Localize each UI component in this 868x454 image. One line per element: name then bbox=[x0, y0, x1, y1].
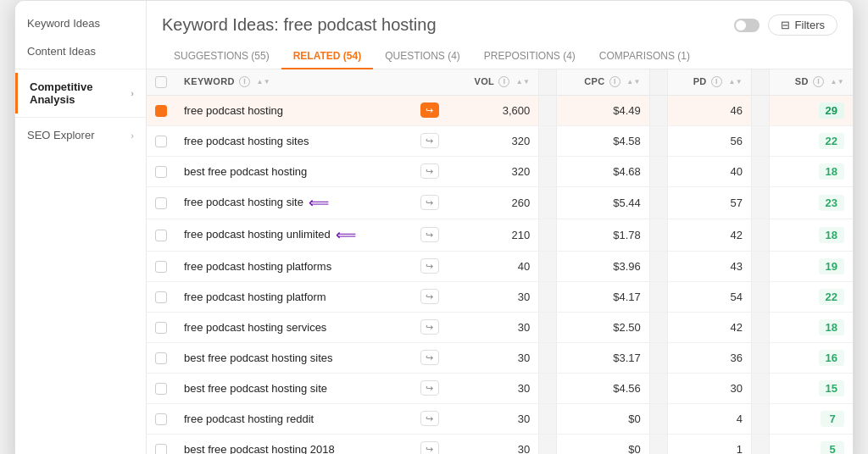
sidebar-item-content-ideas[interactable]: Content Ideas bbox=[15, 37, 146, 65]
table-row: best free podcast hosting sites↪30$3.173… bbox=[147, 342, 853, 373]
pd-info-icon: i bbox=[711, 76, 722, 87]
keyword-cell: best free podcast hosting site bbox=[175, 373, 412, 403]
row-icon-col: ↪ bbox=[412, 186, 448, 219]
table-row: free podcast hosting reddit↪30$047 bbox=[147, 403, 853, 434]
page-title: Keyword Ideas: free podcast hosting bbox=[162, 15, 437, 35]
row-icon-col: ↪ bbox=[412, 342, 448, 373]
row-icon-col: ↪ bbox=[412, 219, 448, 251]
link-icon[interactable]: ↪ bbox=[420, 163, 439, 179]
col-vol: VOL i ▲▼ bbox=[448, 69, 539, 96]
row-checkbox[interactable] bbox=[155, 230, 167, 241]
keyword-cell: free podcast hosting unlimited⟸ bbox=[175, 219, 412, 251]
sep3 bbox=[751, 251, 769, 281]
sep2 bbox=[649, 186, 667, 219]
sep2 bbox=[649, 342, 667, 373]
cpc-cell: $5.44 bbox=[557, 186, 650, 219]
table-row: free podcast hosting services↪30$2.50421… bbox=[147, 312, 853, 342]
pd-cell: 56 bbox=[667, 125, 751, 156]
link-icon[interactable]: ↪ bbox=[420, 319, 439, 335]
sd-cell: 5 bbox=[769, 434, 853, 454]
row-checkbox[interactable] bbox=[155, 352, 167, 364]
sidebar-item-competitive-analysis[interactable]: Competitive Analysis › bbox=[15, 73, 146, 114]
sidebar: Keyword Ideas Content Ideas Competitive … bbox=[15, 1, 147, 454]
tab-comparisons[interactable]: COMPARISONS (1) bbox=[587, 44, 702, 69]
link-icon[interactable]: ↪ bbox=[420, 195, 439, 210]
tab-prepositions[interactable]: PREPOSITIONS (4) bbox=[472, 44, 587, 69]
sep3 bbox=[751, 434, 769, 454]
row-checkbox[interactable] bbox=[155, 291, 167, 303]
vol-cell: 3,600 bbox=[448, 95, 539, 125]
sidebar-item-keyword-ideas[interactable]: Keyword Ideas bbox=[15, 9, 146, 37]
sep2 bbox=[649, 281, 667, 312]
table-row: free podcast hosting unlimited⟸↪210$1.78… bbox=[147, 219, 853, 251]
pd-cell: 30 bbox=[667, 373, 751, 403]
pd-sort[interactable]: ▲▼ bbox=[728, 79, 743, 86]
vol-sort[interactable]: ▲▼ bbox=[516, 79, 531, 86]
select-all-checkbox[interactable] bbox=[155, 76, 167, 88]
sep1 bbox=[539, 312, 557, 342]
chevron-right-icon: › bbox=[131, 88, 134, 98]
pd-cell: 36 bbox=[667, 342, 751, 373]
filters-icon: ⊟ bbox=[781, 19, 790, 31]
row-icon-col: ↪ bbox=[412, 281, 448, 312]
row-icon-col: ↪ bbox=[412, 434, 448, 454]
row-checkbox[interactable] bbox=[155, 197, 167, 209]
vol-cell: 30 bbox=[448, 373, 539, 403]
link-icon[interactable]: ↪ bbox=[420, 227, 439, 242]
row-icon-col: ↪ bbox=[412, 251, 448, 281]
row-checkbox[interactable] bbox=[155, 444, 167, 454]
sep2 bbox=[649, 434, 667, 454]
row-checkbox[interactable] bbox=[155, 166, 167, 178]
link-icon[interactable]: ↪ bbox=[420, 441, 439, 454]
link-icon[interactable]: ↪ bbox=[420, 258, 439, 274]
row-checkbox[interactable] bbox=[155, 383, 167, 395]
row-checkbox[interactable] bbox=[155, 105, 167, 117]
sd-cell: 22 bbox=[769, 281, 853, 312]
keyword-sort[interactable]: ▲▼ bbox=[257, 79, 271, 86]
link-icon[interactable]: ↪ bbox=[420, 289, 439, 304]
sd-cell: 22 bbox=[769, 125, 853, 156]
col-sd: SD i ▲▼ bbox=[769, 69, 853, 96]
sidebar-item-seo-explorer[interactable]: SEO Explorer › bbox=[15, 121, 146, 149]
sep1 bbox=[539, 156, 557, 186]
page-header: Keyword Ideas: free podcast hosting ⊟ Fi… bbox=[147, 1, 853, 36]
keyword-cell: best free podcast hosting 2018 bbox=[175, 434, 412, 454]
cpc-cell: $1.78 bbox=[557, 219, 650, 251]
tab-related[interactable]: RELATED (54) bbox=[281, 44, 373, 69]
sd-badge: 18 bbox=[819, 227, 844, 243]
sd-badge: 16 bbox=[819, 350, 844, 366]
row-checkbox[interactable] bbox=[155, 322, 167, 334]
cpc-cell: $0 bbox=[557, 434, 650, 454]
vol-cell: 40 bbox=[448, 251, 539, 281]
row-checkbox[interactable] bbox=[155, 136, 167, 147]
link-icon[interactable]: ↪ bbox=[420, 133, 439, 148]
sd-badge: 5 bbox=[821, 441, 844, 454]
col-icon bbox=[412, 69, 448, 96]
row-checkbox[interactable] bbox=[155, 413, 167, 425]
table-row: best free podcast hosting↪320$4.684018 bbox=[147, 156, 853, 186]
chevron-right-icon-2: › bbox=[131, 130, 134, 141]
table-row: free podcast hosting sites↪320$4.585622 bbox=[147, 125, 853, 156]
link-icon[interactable]: ↪ bbox=[420, 411, 439, 426]
cpc-cell: $2.50 bbox=[557, 312, 650, 342]
tab-questions[interactable]: QUESTIONS (4) bbox=[373, 44, 472, 69]
filters-button[interactable]: ⊟ Filters bbox=[768, 14, 837, 36]
sep3 bbox=[751, 373, 769, 403]
link-icon[interactable]: ↪ bbox=[420, 380, 439, 396]
cpc-cell: $4.17 bbox=[557, 281, 650, 312]
tab-suggestions[interactable]: SUGGESTIONS (55) bbox=[162, 44, 281, 69]
link-icon[interactable]: ↪ bbox=[420, 350, 439, 365]
row-checkbox[interactable] bbox=[155, 261, 167, 273]
sd-sort[interactable]: ▲▼ bbox=[831, 79, 845, 86]
sd-badge: 18 bbox=[819, 319, 844, 335]
vol-info-icon: i bbox=[498, 76, 509, 87]
link-icon[interactable]: ↪ bbox=[420, 102, 439, 118]
sep1 bbox=[539, 373, 557, 403]
pd-cell: 42 bbox=[667, 219, 751, 251]
cpc-sort[interactable]: ▲▼ bbox=[626, 79, 641, 86]
vol-cell: 30 bbox=[448, 342, 539, 373]
keyword-table-container: KEYWORD i ▲▼ VOL i ▲▼ CPC bbox=[147, 69, 853, 455]
pd-cell: 46 bbox=[667, 95, 751, 125]
sep3 bbox=[751, 156, 769, 186]
toggle-switch[interactable] bbox=[734, 19, 760, 32]
